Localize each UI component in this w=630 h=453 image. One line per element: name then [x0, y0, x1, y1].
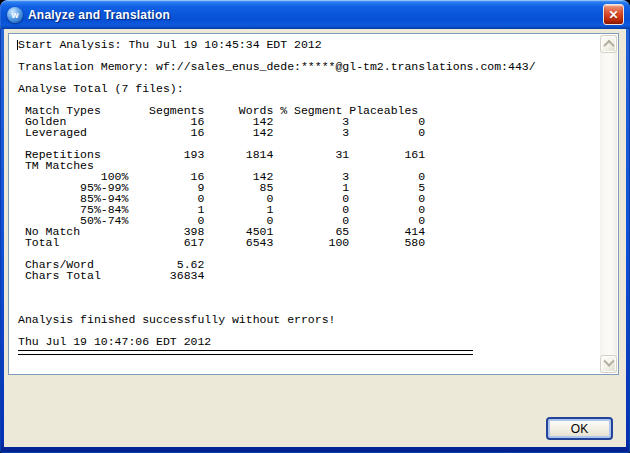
app-icon: w [7, 7, 23, 23]
close-icon: ✕ [608, 9, 618, 21]
close-button[interactable]: ✕ [603, 4, 624, 25]
double-rule-separator [18, 350, 473, 355]
scroll-down-button[interactable] [600, 355, 617, 373]
analysis-report-text: Start Analysis: Thu Jul 19 10:45:34 EDT … [9, 34, 618, 347]
dialog-client-area: Start Analysis: Thu Jul 19 10:45:34 EDT … [4, 29, 626, 447]
analysis-report-textarea[interactable]: Start Analysis: Thu Jul 19 10:45:34 EDT … [8, 33, 619, 375]
scrollbar-track[interactable] [600, 53, 617, 355]
ok-button[interactable]: OK [546, 417, 613, 440]
chevron-up-icon [603, 40, 614, 51]
title-bar: w Analyze and Translation ✕ [0, 0, 630, 29]
window-title: Analyze and Translation [28, 8, 170, 22]
chevron-down-icon [603, 356, 614, 367]
vertical-scrollbar[interactable] [600, 35, 617, 373]
scroll-up-button[interactable] [600, 35, 617, 53]
dialog-window: w Analyze and Translation ✕ Start Analys… [0, 0, 630, 453]
text-caret [17, 40, 18, 50]
app-icon-letter: w [11, 11, 18, 20]
